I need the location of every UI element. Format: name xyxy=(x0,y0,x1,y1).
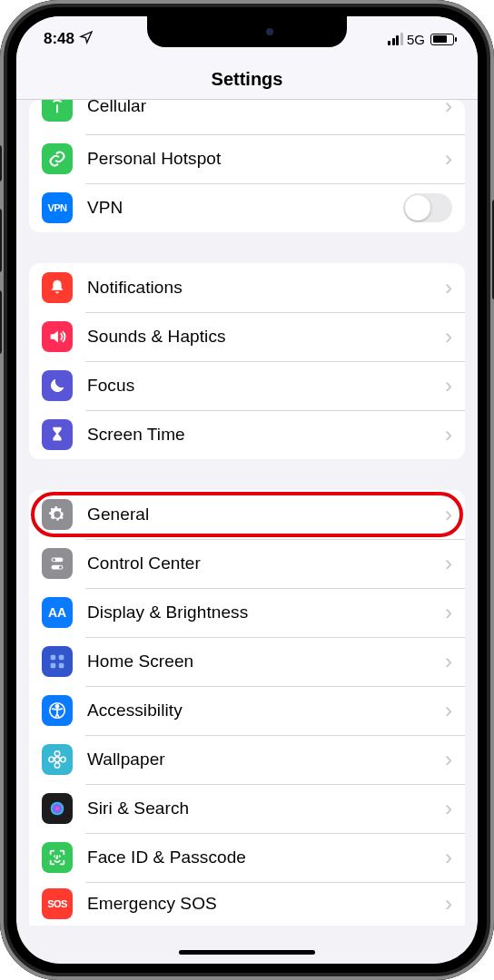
moon-icon xyxy=(42,370,73,401)
row-label: Focus xyxy=(87,376,445,396)
row-label: Face ID & Passcode xyxy=(87,848,445,867)
row-hotspot[interactable]: Personal Hotspot › xyxy=(29,134,465,183)
hourglass-icon xyxy=(42,419,73,450)
row-accessibility[interactable]: Accessibility › xyxy=(29,686,465,735)
row-wallpaper[interactable]: Wallpaper › xyxy=(29,735,465,784)
svg-rect-4 xyxy=(51,655,56,661)
chevron-right-icon: › xyxy=(445,422,452,447)
row-label: Display & Brightness xyxy=(87,603,445,622)
grid-icon xyxy=(42,646,73,677)
row-display[interactable]: AA Display & Brightness › xyxy=(29,588,465,637)
speaker-icon xyxy=(42,321,73,352)
svg-rect-5 xyxy=(59,655,64,661)
siri-icon xyxy=(42,793,73,824)
row-homescreen[interactable]: Home Screen › xyxy=(29,637,465,686)
row-label: Screen Time xyxy=(87,425,445,445)
settings-group-general: General › Control Center › AA Display & … xyxy=(29,490,465,926)
chevron-right-icon: › xyxy=(445,373,452,398)
chevron-right-icon: › xyxy=(445,747,452,772)
signal-icon xyxy=(388,33,403,45)
svg-point-14 xyxy=(61,757,66,762)
chevron-right-icon: › xyxy=(445,600,452,625)
chevron-right-icon: › xyxy=(445,891,452,916)
gear-icon xyxy=(42,499,73,530)
row-siri[interactable]: Siri & Search › xyxy=(29,784,465,833)
row-controlcenter[interactable]: Control Center › xyxy=(29,539,465,588)
row-label: Personal Hotspot xyxy=(87,149,445,169)
svg-point-12 xyxy=(54,763,60,769)
settings-group-notifications: Notifications › Sounds & Haptics › Focus… xyxy=(29,263,465,459)
row-label: Notifications xyxy=(87,278,445,298)
row-label: Emergency SOS xyxy=(87,894,445,914)
row-label: Siri & Search xyxy=(87,799,445,818)
svg-rect-7 xyxy=(59,663,64,669)
row-label: Cellular xyxy=(87,100,445,116)
antenna-icon xyxy=(42,100,73,122)
row-focus[interactable]: Focus › xyxy=(29,361,465,410)
chevron-right-icon: › xyxy=(445,649,452,674)
sos-icon: SOS xyxy=(42,888,73,919)
flower-icon xyxy=(42,744,73,775)
battery-icon xyxy=(430,34,454,45)
svg-point-9 xyxy=(55,705,58,708)
svg-point-2 xyxy=(53,558,55,561)
row-label: General xyxy=(87,505,445,524)
svg-rect-6 xyxy=(51,663,56,669)
page-title: Settings xyxy=(16,62,478,100)
row-label: Sounds & Haptics xyxy=(87,327,445,347)
svg-point-11 xyxy=(54,751,60,757)
row-cellular[interactable]: Cellular › xyxy=(29,100,465,134)
row-label: Wallpaper xyxy=(87,750,445,769)
bell-icon xyxy=(42,272,73,303)
chevron-right-icon: › xyxy=(445,502,452,527)
settings-list[interactable]: Cellular › Personal Hotspot › VPN VPN xyxy=(16,100,478,962)
row-sounds[interactable]: Sounds & Haptics › xyxy=(29,312,465,361)
text-size-icon: AA xyxy=(42,597,73,628)
link-icon xyxy=(42,143,73,174)
notch xyxy=(147,16,347,47)
switches-icon xyxy=(42,548,73,579)
row-faceid[interactable]: Face ID & Passcode › xyxy=(29,833,465,882)
chevron-right-icon: › xyxy=(445,845,452,870)
row-label: Accessibility xyxy=(87,701,445,720)
chevron-right-icon: › xyxy=(445,324,452,349)
faceid-icon xyxy=(42,842,73,873)
chevron-right-icon: › xyxy=(445,796,452,821)
network-label: 5G xyxy=(407,32,425,47)
row-vpn[interactable]: VPN VPN xyxy=(29,183,465,232)
vpn-toggle[interactable] xyxy=(403,193,452,222)
chevron-right-icon: › xyxy=(445,698,452,723)
chevron-right-icon: › xyxy=(445,275,452,300)
svg-point-13 xyxy=(49,757,54,762)
row-label: Control Center xyxy=(87,554,445,573)
row-notifications[interactable]: Notifications › xyxy=(29,263,465,312)
settings-group-connectivity: Cellular › Personal Hotspot › VPN VPN xyxy=(29,100,465,232)
svg-point-15 xyxy=(51,802,64,816)
accessibility-icon xyxy=(42,695,73,726)
svg-point-3 xyxy=(59,565,62,568)
chevron-right-icon: › xyxy=(445,100,452,119)
location-icon xyxy=(79,30,94,49)
status-time: 8:48 xyxy=(44,30,74,48)
row-sos[interactable]: SOS Emergency SOS › xyxy=(29,882,465,926)
row-screentime[interactable]: Screen Time › xyxy=(29,410,465,459)
row-general[interactable]: General › xyxy=(29,490,465,539)
svg-point-10 xyxy=(54,757,60,762)
row-label: VPN xyxy=(87,198,403,218)
vpn-icon: VPN xyxy=(42,192,73,223)
row-label: Home Screen xyxy=(87,652,445,671)
chevron-right-icon: › xyxy=(445,551,452,576)
home-indicator[interactable] xyxy=(179,950,315,955)
chevron-right-icon: › xyxy=(445,146,452,172)
